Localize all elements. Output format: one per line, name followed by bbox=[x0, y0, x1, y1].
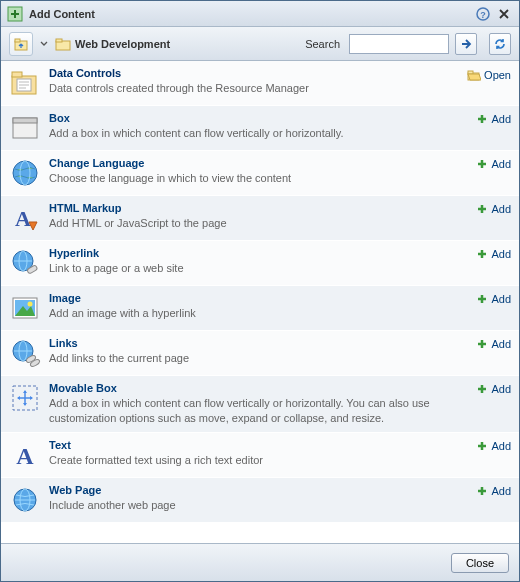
content-list[interactable]: Data ControlsData controls created throu… bbox=[1, 61, 519, 543]
search-input[interactable] bbox=[349, 34, 449, 54]
plus-icon bbox=[476, 440, 488, 452]
item-body: Data ControlsData controls created throu… bbox=[49, 67, 459, 99]
plus-icon bbox=[476, 158, 488, 170]
breadcrumb-folder[interactable]: Web Development bbox=[55, 36, 170, 52]
footer: Close bbox=[1, 543, 519, 581]
item-desc: Add links to the current page bbox=[49, 351, 468, 366]
search-label: Search bbox=[305, 38, 340, 50]
item-title: Web Page bbox=[49, 484, 468, 496]
svg-text:A: A bbox=[16, 443, 34, 469]
item-body: Web PageInclude another web page bbox=[49, 484, 468, 516]
image-icon bbox=[9, 292, 41, 324]
add-link[interactable]: Add bbox=[476, 202, 511, 215]
list-item: Change LanguageChoose the language in wh… bbox=[1, 151, 519, 196]
add-link[interactable]: Add bbox=[476, 292, 511, 305]
plus-icon bbox=[476, 383, 488, 395]
add-link[interactable]: Add bbox=[476, 337, 511, 350]
movable-box-icon bbox=[9, 382, 41, 414]
plus-icon bbox=[476, 293, 488, 305]
item-title: Movable Box bbox=[49, 382, 468, 394]
add-link[interactable]: Add bbox=[476, 157, 511, 170]
html-a-icon: A bbox=[9, 202, 41, 234]
toolbar: Web Development Search bbox=[1, 27, 519, 61]
text-a-icon: A bbox=[9, 439, 41, 471]
svg-rect-14 bbox=[13, 118, 37, 123]
svg-text:?: ? bbox=[480, 9, 486, 19]
item-title: Image bbox=[49, 292, 468, 304]
add-link[interactable]: Add bbox=[476, 247, 511, 260]
add-link[interactable]: Add bbox=[476, 382, 511, 395]
plus-icon bbox=[476, 485, 488, 497]
open-link[interactable]: Open bbox=[467, 67, 511, 82]
add-label: Add bbox=[491, 248, 511, 260]
add-content-icon bbox=[7, 6, 23, 22]
svg-rect-8 bbox=[12, 72, 22, 77]
item-desc: Create formatted text using a rich text … bbox=[49, 453, 468, 468]
item-body: TextCreate formatted text using a rich t… bbox=[49, 439, 468, 471]
help-button[interactable]: ? bbox=[474, 5, 492, 23]
add-label: Add bbox=[491, 338, 511, 350]
item-body: HyperlinkLink to a page or a web site bbox=[49, 247, 468, 279]
item-desc: Add a box in which content can flow vert… bbox=[49, 396, 468, 426]
add-label: Add bbox=[491, 440, 511, 452]
close-icon[interactable] bbox=[495, 5, 513, 23]
add-label: Add bbox=[491, 203, 511, 215]
item-desc: Include another web page bbox=[49, 498, 468, 513]
add-link[interactable]: Add bbox=[476, 484, 511, 497]
item-title: Links bbox=[49, 337, 468, 349]
up-level-button[interactable] bbox=[9, 32, 33, 56]
plus-icon bbox=[476, 113, 488, 125]
links-icon bbox=[9, 337, 41, 369]
box-icon bbox=[9, 112, 41, 144]
breadcrumb-label: Web Development bbox=[75, 38, 170, 50]
item-title: Hyperlink bbox=[49, 247, 468, 259]
folder-icon bbox=[55, 36, 71, 52]
item-title: Change Language bbox=[49, 157, 468, 169]
add-link[interactable]: Add bbox=[476, 112, 511, 125]
list-item: HyperlinkLink to a page or a web siteAdd bbox=[1, 241, 519, 286]
list-item: AHTML MarkupAdd HTML or JavaScript to th… bbox=[1, 196, 519, 241]
item-body: Movable BoxAdd a box in which content ca… bbox=[49, 382, 468, 426]
add-label: Add bbox=[491, 158, 511, 170]
item-body: HTML MarkupAdd HTML or JavaScript to the… bbox=[49, 202, 468, 234]
item-title[interactable]: Data Controls bbox=[49, 67, 459, 79]
dialog-title: Add Content bbox=[29, 8, 471, 20]
folder-open-icon bbox=[467, 68, 481, 82]
list-item: ATextCreate formatted text using a rich … bbox=[1, 433, 519, 478]
titlebar: Add Content ? bbox=[1, 1, 519, 27]
plus-icon bbox=[476, 338, 488, 350]
svg-rect-6 bbox=[56, 39, 62, 42]
add-link[interactable]: Add bbox=[476, 439, 511, 452]
refresh-button[interactable] bbox=[489, 33, 511, 55]
item-body: LinksAdd links to the current page bbox=[49, 337, 468, 369]
add-label: Add bbox=[491, 293, 511, 305]
item-body: BoxAdd a box in which content can flow v… bbox=[49, 112, 468, 144]
item-desc: Data controls created through the Resour… bbox=[49, 81, 459, 96]
list-item: ImageAdd an image with a hyperlinkAdd bbox=[1, 286, 519, 331]
close-button[interactable]: Close bbox=[451, 553, 509, 573]
folder-docs-icon bbox=[9, 67, 41, 99]
item-desc: Choose the language in which to view the… bbox=[49, 171, 468, 186]
add-label: Add bbox=[491, 485, 511, 497]
list-item: Data ControlsData controls created throu… bbox=[1, 61, 519, 106]
list-item: Movable BoxAdd a box in which content ca… bbox=[1, 376, 519, 433]
svg-rect-4 bbox=[15, 39, 20, 42]
add-label: Add bbox=[491, 113, 511, 125]
item-body: ImageAdd an image with a hyperlink bbox=[49, 292, 468, 324]
globe-icon bbox=[9, 157, 41, 189]
item-desc: Add a box in which content can flow vert… bbox=[49, 126, 468, 141]
svg-point-25 bbox=[28, 302, 33, 307]
svg-point-15 bbox=[13, 161, 37, 185]
list-item: BoxAdd a box in which content can flow v… bbox=[1, 106, 519, 151]
item-desc: Add an image with a hyperlink bbox=[49, 306, 468, 321]
item-body: Change LanguageChoose the language in wh… bbox=[49, 157, 468, 189]
item-desc: Link to a page or a web site bbox=[49, 261, 468, 276]
open-label: Open bbox=[484, 69, 511, 81]
item-title: Box bbox=[49, 112, 468, 124]
up-dropdown[interactable] bbox=[39, 41, 49, 47]
globe-link-icon bbox=[9, 247, 41, 279]
search-go-button[interactable] bbox=[455, 33, 477, 55]
list-item: LinksAdd links to the current pageAdd bbox=[1, 331, 519, 376]
webpage-icon bbox=[9, 484, 41, 516]
plus-icon bbox=[476, 203, 488, 215]
